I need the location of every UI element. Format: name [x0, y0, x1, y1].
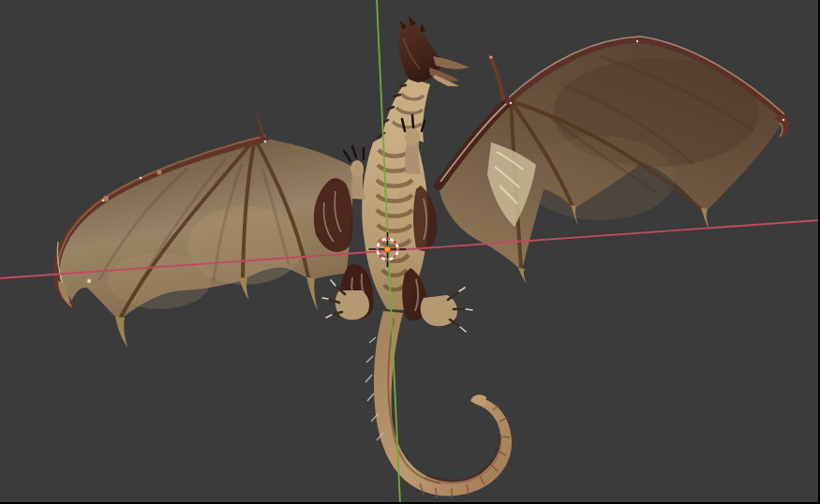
viewport-3d[interactable]	[0, 0, 820, 504]
object-origin-dot	[384, 246, 390, 252]
